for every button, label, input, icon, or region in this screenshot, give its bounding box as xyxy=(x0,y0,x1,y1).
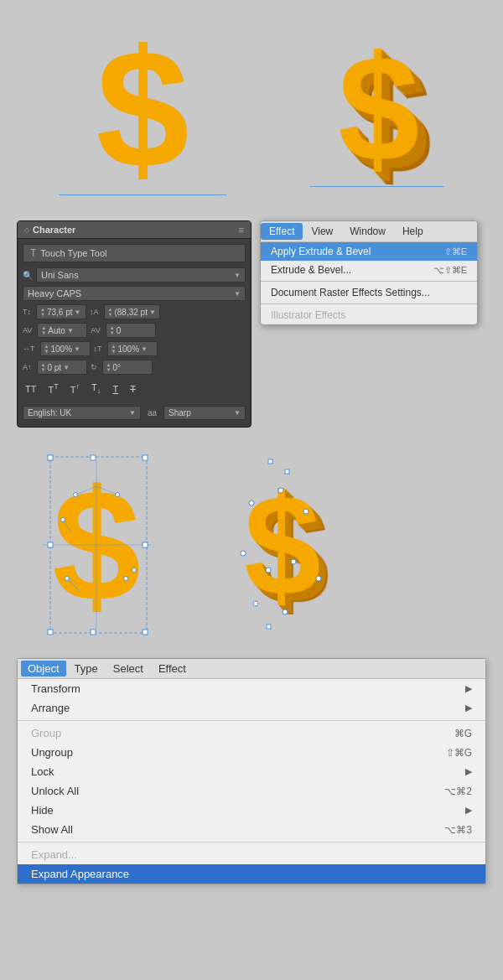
panel-body: T Touch Type Tool 🔍 Uni Sans ▼ Heavy CAP… xyxy=(18,239,251,427)
svg-rect-6 xyxy=(143,542,148,547)
object-lock[interactable]: Lock ▶ xyxy=(18,762,485,781)
font-style-dropdown[interactable]: Heavy CAPS ▼ xyxy=(23,286,246,301)
middle-section: ◇ Character ≡ T Touch Type Tool 🔍 Uni Sa… xyxy=(0,212,503,436)
object-menu-bar: Object Type Select Effect xyxy=(18,659,485,679)
font-size-unit-arrow: ▼ xyxy=(75,309,81,316)
object-unlock-all-label: Unlock All xyxy=(31,785,79,797)
kerning-value: Auto xyxy=(48,326,65,335)
tt-strikethrough-button[interactable]: T xyxy=(127,381,138,396)
object-arrange-arrow: ▶ xyxy=(465,703,472,713)
tt-subscript2-button[interactable]: T↓ xyxy=(89,381,103,396)
object-arrange-label: Arrange xyxy=(31,702,70,714)
hscale-updown[interactable]: ▲▼ xyxy=(44,344,49,354)
vscale-icon: ↕T xyxy=(94,345,102,353)
menu-bar-effect[interactable]: Effect xyxy=(261,223,303,240)
object-ungroup-shortcut: ⇧⌘G xyxy=(446,747,472,759)
baseline-unit-arrow: ▼ xyxy=(63,364,70,371)
baseline-spinbox[interactable]: ▲▼ 0 pt ▼ xyxy=(37,360,87,375)
kerning-icon: AV xyxy=(23,326,32,334)
font-size-spinbox[interactable]: ▲▼ 73,6 pt ▼ xyxy=(36,304,86,319)
tracking-updown[interactable]: ▲▼ xyxy=(110,325,115,335)
object-hide-arrow: ▶ xyxy=(465,805,472,816)
dollar-flat-symbol: $ xyxy=(96,25,189,193)
panel-menu-icon[interactable]: ≡ xyxy=(239,225,244,235)
object-arrange[interactable]: Arrange ▶ xyxy=(18,698,485,718)
object-expand-appearance-label: Expand Appearance xyxy=(31,868,129,880)
object-show-all-label: Show All xyxy=(31,823,73,836)
object-transform[interactable]: Transform ▶ xyxy=(18,679,485,698)
object-hide[interactable]: Hide ▶ xyxy=(18,801,485,820)
top-section: $ $ xyxy=(0,0,503,212)
font-name-dropdown[interactable]: Uni Sans ▼ xyxy=(36,267,246,283)
anti-alias-dropdown[interactable]: Sharp ▼ xyxy=(163,406,246,420)
object-expand-appearance[interactable]: Expand Appearance xyxy=(18,864,485,884)
text-style-row: TT TT T↑ T↓ T T xyxy=(23,378,246,399)
language-arrow: ▼ xyxy=(129,409,136,417)
rotation-updown[interactable]: ▲▼ xyxy=(106,362,111,372)
font-size-value: 73,6 pt xyxy=(47,308,73,317)
dollar-flat-container: $ xyxy=(59,25,226,195)
hscale-spinbox[interactable]: ▲▼ 100% ▼ xyxy=(40,341,91,356)
baseline-updown[interactable]: ▲▼ xyxy=(41,362,46,372)
leading-updown[interactable]: ▲▼ xyxy=(108,307,113,317)
character-panel: ◇ Character ≡ T Touch Type Tool 🔍 Uni Sa… xyxy=(17,220,252,428)
object-group-label: Group xyxy=(31,727,61,739)
tracking-icon: AV xyxy=(91,326,100,334)
vscale-spinbox[interactable]: ▲▼ 100% ▼ xyxy=(107,341,158,356)
dollar-wireframe-wrap: $ xyxy=(17,444,176,646)
tt-regular-button[interactable]: TT xyxy=(23,381,39,396)
kerning-updown[interactable]: ▲▼ xyxy=(41,325,46,335)
panel-collapse-icon[interactable]: ◇ xyxy=(24,226,29,234)
baseline-value: 0 pt xyxy=(47,363,61,372)
effect-apply-extrude[interactable]: Apply Extrude & Bevel ⇧⌘E xyxy=(261,242,477,261)
obj-menu-bar-select[interactable]: Select xyxy=(106,661,150,677)
obj-menu-bar-object[interactable]: Object xyxy=(21,661,66,677)
baseline-icon: A↑ xyxy=(23,363,32,371)
obj-menu-bar-type[interactable]: Type xyxy=(68,661,105,677)
tt-underline-button[interactable]: T xyxy=(110,381,121,396)
anti-alias-value: Sharp xyxy=(169,408,191,417)
font-size-updown[interactable]: ▲▼ xyxy=(40,307,45,317)
baseline-row: A↑ ▲▼ 0 pt ▼ ↻ ▲▼ 0° xyxy=(23,360,246,375)
dollar-3d-bottom-wrap: $ xyxy=(201,444,360,646)
touch-type-button[interactable]: T Touch Type Tool xyxy=(23,244,246,262)
object-sep-2 xyxy=(18,842,485,843)
effect-menu-bar: Effect View Window Help xyxy=(261,221,477,242)
font-style-value: Heavy CAPS xyxy=(28,288,81,298)
dollar-3d-container: $ xyxy=(310,34,444,187)
aa-label: aa xyxy=(144,406,160,420)
object-menu: Object Type Select Effect Transform ▶ Ar… xyxy=(17,658,486,884)
tt-superscript-button[interactable]: TT xyxy=(45,381,60,396)
effect-extrude-bevel-shortcut: ⌥⇧⌘E xyxy=(433,265,467,276)
obj-menu-bar-effect[interactable]: Effect xyxy=(152,661,193,677)
effect-illustrator-effects-label: Illustrator Effects xyxy=(271,309,345,321)
font-name-arrow: ▼ xyxy=(234,272,241,279)
effect-document-raster[interactable]: Document Raster Effects Settings... xyxy=(261,283,477,302)
tracking-spinbox[interactable]: ▲▼ 0 xyxy=(106,323,156,338)
vscale-updown[interactable]: ▲▼ xyxy=(111,344,117,354)
effect-separator-2 xyxy=(261,303,477,304)
kerning-spinbox[interactable]: ▲▼ Auto ▼ xyxy=(37,323,87,338)
object-unlock-all[interactable]: Unlock All ⌥⌘2 xyxy=(18,781,485,801)
dollar-wireframe-char: $ xyxy=(52,465,141,625)
object-ungroup-label: Ungroup xyxy=(31,746,73,759)
kerning-unit-arrow: ▼ xyxy=(67,327,74,334)
bottom-area: $ xyxy=(0,436,503,901)
baseline-line-left xyxy=(59,194,226,195)
tt-subscript-button[interactable]: T↑ xyxy=(68,381,82,396)
font-search-icon: 🔍 xyxy=(23,271,33,280)
object-ungroup[interactable]: Ungroup ⇧⌘G xyxy=(18,743,485,762)
object-sep-1 xyxy=(18,720,485,721)
effect-illustrator-effects: Illustrator Effects xyxy=(261,306,477,324)
menu-bar-view[interactable]: View xyxy=(303,223,341,240)
rotation-spinbox[interactable]: ▲▼ 0° xyxy=(102,360,153,375)
font-style-row: Heavy CAPS ▼ xyxy=(23,286,246,301)
effect-extrude-bevel[interactable]: Extrude & Bevel... ⌥⇧⌘E xyxy=(261,261,477,279)
object-show-all[interactable]: Show All ⌥⌘3 xyxy=(18,820,485,839)
language-dropdown[interactable]: English: UK ▼ xyxy=(23,406,141,420)
menu-bar-window[interactable]: Window xyxy=(341,223,394,240)
leading-spinbox[interactable]: ▲▼ (88,32 pt ▼ xyxy=(104,304,160,319)
menu-bar-help[interactable]: Help xyxy=(394,223,432,240)
object-unlock-all-shortcut: ⌥⌘2 xyxy=(444,786,472,797)
font-name-row: 🔍 Uni Sans ▼ xyxy=(23,267,246,283)
